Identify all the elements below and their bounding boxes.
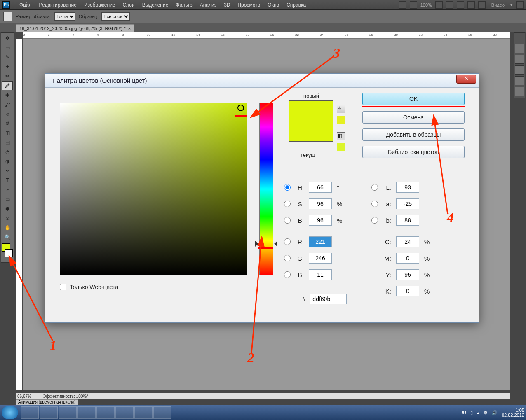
zoom-readout[interactable]: 66,67% <box>16 394 40 399</box>
explorer-icon[interactable] <box>21 406 39 419</box>
tray-flag-icon[interactable]: ▯ <box>470 410 473 415</box>
firefox-icon[interactable] <box>59 406 77 419</box>
svg-line-2 <box>251 57 333 117</box>
skype-icon[interactable] <box>115 406 134 419</box>
animation-panel-tab[interactable]: Анимация (временная шкала) <box>16 399 78 405</box>
tray-volume-icon[interactable]: 🔊 <box>492 410 498 415</box>
windows-taskbar: RU ▯ ▴ ⚙ 🔊 1:05 02.02.2012 <box>0 405 526 420</box>
imageviewer-icon[interactable] <box>153 406 171 419</box>
status-bar: 66,67% Эффективность: 100%* <box>16 393 510 399</box>
tray-lang[interactable]: RU <box>460 410 466 415</box>
tray-network-icon[interactable]: ⚙ <box>484 410 488 415</box>
start-button[interactable] <box>2 406 18 419</box>
svg-line-3 <box>434 115 448 214</box>
totalcmd-icon[interactable] <box>40 406 58 419</box>
ie-icon[interactable] <box>96 406 115 419</box>
efficiency-readout: Эффективность: 100%* <box>40 394 91 399</box>
svg-line-1 <box>251 237 262 353</box>
annotation-arrows <box>0 0 526 420</box>
svg-line-0 <box>9 256 53 341</box>
tray-clock[interactable]: 1:05 02.02.2012 <box>502 408 524 418</box>
photoshop-taskbar-icon[interactable] <box>134 406 153 419</box>
tray-chevron-icon[interactable]: ▴ <box>477 410 479 415</box>
chrome-icon[interactable] <box>77 406 96 419</box>
